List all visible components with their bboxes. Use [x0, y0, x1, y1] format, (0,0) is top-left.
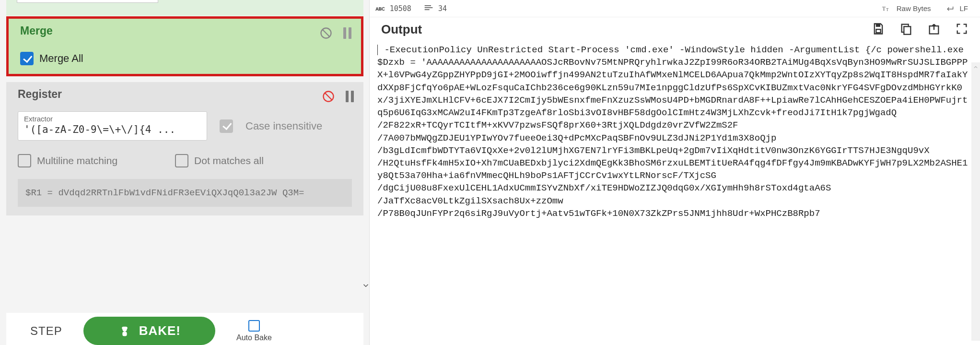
previous-op-tail [6, 0, 363, 16]
disable-icon-register[interactable] [322, 90, 335, 103]
svg-line-3 [325, 93, 332, 100]
op-register-title: Register [18, 88, 352, 101]
bake-button-label: BAKE! [139, 323, 181, 338]
line-count-icon [424, 4, 433, 12]
dotall-label: Dot matches all [194, 155, 264, 167]
copy-output-icon[interactable] [899, 22, 913, 37]
multiline-label: Multiline matching [37, 155, 117, 167]
bake-button[interactable]: BAKE! [83, 317, 215, 345]
bake-toolbar: STEP BAKE! Auto Bake [6, 313, 363, 345]
scroll-up-icon[interactable] [971, 62, 980, 72]
extractor-value: '([a-zA-Z0-9\=\+\/]{4 ... [24, 124, 201, 135]
char-count: 10508 [390, 4, 411, 13]
op-merge[interactable]: Merge Merge All [6, 16, 363, 76]
output-title: Output [381, 22, 422, 37]
merge-all-checkbox[interactable] [20, 52, 34, 65]
svg-text:T: T [882, 6, 886, 12]
auto-bake-checkbox[interactable] [248, 320, 260, 332]
op-register[interactable]: Register Extractor '([a-zA-Z0-9\=\+\/]{4… [6, 82, 363, 215]
svg-rect-12 [876, 24, 880, 27]
maximize-output-icon[interactable] [955, 22, 968, 37]
replace-input-icon[interactable] [927, 22, 941, 37]
merge-all-label: Merge All [39, 52, 83, 65]
scroll-down-chevron-icon[interactable] [362, 281, 370, 291]
svg-text:T: T [886, 8, 888, 12]
svg-rect-6 [122, 332, 127, 336]
eol-label: LF [959, 4, 968, 12]
svg-rect-15 [904, 26, 910, 34]
op-merge-title: Merge [20, 24, 350, 37]
char-count-icon: ᴀʙᴄ [375, 5, 385, 12]
pause-icon-register[interactable] [346, 91, 354, 102]
svg-line-1 [323, 30, 329, 36]
chef-icon [118, 324, 131, 338]
recipe-panel: Merge Merge All Register [0, 0, 369, 345]
output-scrollbar[interactable] [971, 62, 980, 341]
output-text: -ExecutionPolicy UnRestricted Start-Proc… [377, 45, 969, 219]
svg-rect-13 [876, 29, 880, 33]
output-text-area[interactable]: -ExecutionPolicy UnRestricted Start-Proc… [370, 42, 980, 345]
extractor-input[interactable]: Extractor '([a-zA-Z0-9\=\+\/]{4 ... [18, 111, 207, 141]
output-panel: ᴀʙᴄ 10508 34 TT Raw Bytes LF [369, 0, 980, 345]
svg-rect-5 [122, 326, 128, 329]
output-header: Output [370, 17, 980, 42]
case-insensitive-checkbox[interactable] [220, 119, 233, 133]
multiline-checkbox[interactable] [18, 154, 31, 167]
return-arrow-icon [945, 5, 955, 12]
auto-bake-label: Auto Bake [236, 333, 272, 342]
dotall-checkbox[interactable] [175, 154, 188, 167]
pause-icon[interactable] [343, 27, 351, 39]
case-insensitive-label: Case insensitive [245, 120, 322, 132]
raw-bytes-toggle[interactable]: TT Raw Bytes [882, 4, 931, 12]
disable-icon[interactable] [319, 26, 333, 40]
extractor-label: Extractor [24, 115, 201, 123]
register-code-preview: $R1 = dVdqd2RRTnlFbW1vdFNidFR3eEViQXJqQ0… [18, 179, 352, 207]
step-button[interactable]: STEP [30, 324, 62, 338]
line-count: 34 [438, 4, 447, 13]
save-to-file-icon[interactable] [872, 22, 885, 37]
eol-toggle[interactable]: LF [945, 4, 968, 12]
text-format-icon: TT [882, 5, 892, 12]
status-bar: ᴀʙᴄ 10508 34 TT Raw Bytes LF [370, 0, 980, 17]
auto-bake-toggle[interactable]: Auto Bake [236, 320, 272, 342]
raw-bytes-label: Raw Bytes [897, 4, 931, 12]
